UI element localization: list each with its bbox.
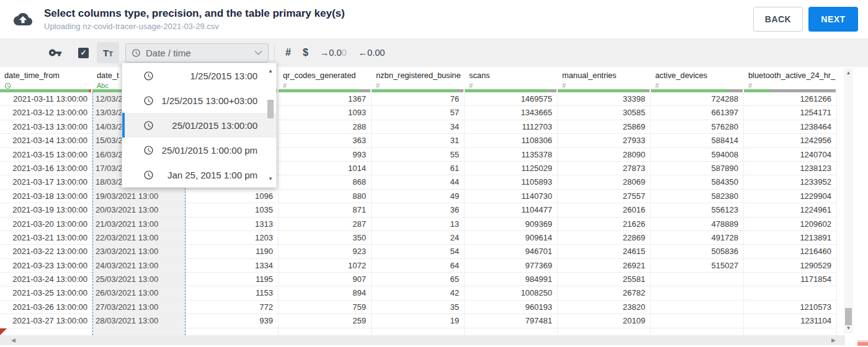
table-cell[interactable]: 515027 [651, 259, 743, 273]
table-cell[interactable]: 1153 [186, 286, 278, 300]
horizontal-scrollbar[interactable]: ◀ ▶ [0, 335, 845, 345]
scroll-up-icon[interactable]: ▲ [844, 70, 853, 76]
table-cell[interactable]: 24/03/2021 13:00 [93, 259, 185, 273]
table-cell[interactable]: 2021-03-12 13:00:00 [0, 106, 92, 120]
table-cell[interactable] [744, 286, 836, 300]
table-cell[interactable]: 19/03/2021 13:00 [93, 190, 185, 203]
table-cell[interactable]: 556123 [651, 203, 743, 217]
datetime-format-select[interactable]: Date / time [125, 43, 269, 63]
table-cell[interactable]: 907 [279, 273, 371, 286]
primary-key-icon[interactable] [48, 46, 62, 59]
table-cell[interactable]: 33398 [558, 92, 650, 106]
table-cell[interactable]: 880 [279, 190, 371, 203]
boolean-type-checkbox[interactable]: ✓ [78, 48, 89, 58]
table-cell[interactable]: 65 [372, 273, 464, 286]
table-cell[interactable]: 797481 [465, 314, 557, 328]
table-cell[interactable]: 1242956 [744, 134, 836, 147]
table-cell[interactable]: 350 [279, 231, 371, 245]
table-cell[interactable]: 1343665 [465, 106, 557, 120]
vertical-scrollbar[interactable]: ▲ ▼ [844, 68, 853, 333]
table-cell[interactable]: 22869 [558, 231, 650, 245]
table-cell[interactable]: 587890 [651, 162, 743, 175]
table-cell[interactable]: 27/03/2021 13:00 [93, 301, 185, 314]
table-cell[interactable]: 54 [372, 245, 464, 258]
table-cell[interactable]: 25869 [558, 120, 650, 134]
table-cell[interactable]: 576280 [651, 120, 743, 134]
table-cell[interactable]: 1014 [279, 162, 371, 175]
table-cell[interactable]: 22/03/2021 13:00 [93, 231, 185, 245]
table-cell[interactable]: 20/03/2021 13:00 [93, 203, 185, 217]
add-decimal-button[interactable]: →0.00 [320, 48, 347, 58]
table-cell[interactable]: 759 [279, 301, 371, 314]
table-cell[interactable]: 1140730 [465, 190, 557, 203]
table-cell[interactable] [651, 286, 743, 300]
table-cell[interactable]: 27873 [558, 162, 650, 175]
table-cell[interactable]: 2021-03-24 13:00:00 [0, 273, 92, 286]
table-cell[interactable]: 2021-03-25 13:00:00 [0, 286, 92, 300]
next-button[interactable]: NEXT [808, 7, 858, 32]
table-cell[interactable]: 1216460 [744, 245, 836, 258]
scroll-left-icon[interactable]: ◀ [11, 337, 16, 343]
currency-type-button[interactable]: $ [303, 47, 308, 58]
table-cell[interactable]: 894 [279, 286, 371, 300]
table-cell[interactable]: 28069 [558, 175, 650, 189]
table-cell[interactable]: 1254171 [744, 106, 836, 120]
table-cell[interactable]: 42 [372, 286, 464, 300]
table-cell[interactable]: 28/03/2021 13:00 [93, 314, 185, 328]
table-cell[interactable]: 594008 [651, 148, 743, 162]
table-cell[interactable]: 2021-03-26 13:00:00 [0, 301, 92, 314]
table-cell[interactable]: 1203 [186, 231, 278, 245]
dropdown-option[interactable]: 1/25/2015 13:00+03:00 [122, 88, 276, 113]
table-cell[interactable]: 871 [279, 203, 371, 217]
table-cell[interactable]: 1008250 [465, 286, 557, 300]
table-cell[interactable]: 1224961 [744, 203, 836, 217]
table-cell[interactable]: 977369 [465, 259, 557, 273]
scroll-right-icon[interactable]: ▶ [831, 337, 836, 343]
remove-decimal-button[interactable]: ←0.00 [359, 48, 385, 58]
table-cell[interactable]: 26782 [558, 286, 650, 300]
dropdown-option[interactable]: 1/25/2015 13:00 [122, 63, 276, 88]
table-cell[interactable]: 57 [372, 106, 464, 120]
table-cell[interactable]: 20109 [558, 314, 650, 328]
table-cell[interactable]: 2021-03-27 13:00:00 [0, 314, 92, 328]
dropdown-option[interactable]: Jan 25, 2015 1:00 pm [122, 162, 276, 187]
table-cell[interactable]: 1367 [279, 92, 371, 106]
table-cell[interactable]: 21/03/2021 13:00 [93, 217, 185, 231]
table-cell[interactable]: 1290529 [744, 259, 836, 273]
table-cell[interactable]: 34 [372, 120, 464, 134]
dropdown-option[interactable]: 25/01/2015 1:00:00 pm [122, 138, 276, 162]
column-header-nzbn_registered_busine[interactable]: nzbn_registered_busine# [372, 67, 465, 89]
table-cell[interactable]: 772 [186, 301, 278, 314]
table-cell[interactable]: 35 [372, 301, 464, 314]
table-cell[interactable]: 1171854 [744, 273, 836, 286]
table-cell[interactable]: 76 [372, 92, 464, 106]
table-cell[interactable]: 491728 [651, 231, 743, 245]
table-cell[interactable]: 64 [372, 259, 464, 273]
table-cell[interactable]: 724288 [651, 92, 743, 106]
table-cell[interactable]: 287 [279, 217, 371, 231]
number-type-button[interactable]: # [285, 47, 291, 58]
dropdown-scroll-down-icon[interactable]: ▼ [268, 177, 273, 182]
table-cell[interactable]: 1108306 [465, 134, 557, 147]
table-cell[interactable]: 23820 [558, 301, 650, 314]
table-cell[interactable]: 588414 [651, 134, 743, 147]
table-cell[interactable]: 26016 [558, 203, 650, 217]
table-cell[interactable]: 2021-03-16 13:00:00 [0, 162, 92, 175]
table-cell[interactable]: 1093 [279, 106, 371, 120]
table-cell[interactable] [651, 301, 743, 314]
dropdown-scroll-up-icon[interactable]: ▲ [268, 69, 273, 74]
column-header-date_time_from[interactable]: date_time_from [0, 67, 92, 89]
table-cell[interactable]: 1231104 [744, 314, 836, 328]
table-cell[interactable]: 1238123 [744, 162, 836, 175]
table-cell[interactable]: 2021-03-20 13:00:00 [0, 217, 92, 231]
table-cell[interactable]: 2021-03-22 13:00:00 [0, 245, 92, 258]
table-cell[interactable]: 19 [372, 314, 464, 328]
table-cell[interactable]: 1233952 [744, 175, 836, 189]
table-cell[interactable]: 55 [372, 148, 464, 162]
table-cell[interactable]: 1209602 [744, 217, 836, 231]
table-cell[interactable]: 1210573 [744, 301, 836, 314]
table-cell[interactable]: 1125029 [465, 162, 557, 175]
table-cell[interactable]: 1072 [279, 259, 371, 273]
table-cell[interactable]: 26921 [558, 259, 650, 273]
table-cell[interactable]: 31 [372, 134, 464, 147]
